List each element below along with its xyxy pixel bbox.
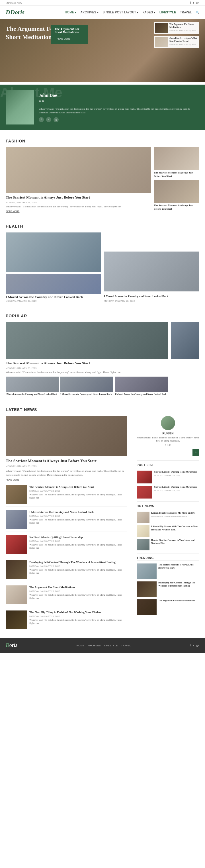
hero-read-more[interactable]: READ MORE [55, 37, 72, 41]
latest-item-date-2: MONDAY, JANUARY 28, 2019 [29, 540, 127, 542]
trending-item-3: The Argument For Short Meditations [137, 599, 199, 615]
side-card-1: The Argument For Short Meditations MONDA… [154, 22, 199, 34]
latest-item-title-5[interactable]: The Next Big Thing in Fashion? Not Washi… [29, 611, 127, 614]
side-card-1-image [155, 23, 168, 33]
health-section: HEALTH I Moved Across the Country and Ne… [0, 218, 205, 308]
popular-sub-title-1[interactable]: I Moved Across the Country and Never Loo… [6, 393, 59, 396]
popular-main-title[interactable]: The Scariest Moment is Always Just Befor… [6, 361, 168, 366]
latest-item-title-4[interactable]: The Argument For Short Meditations [29, 585, 127, 589]
latest-list: The Scariest Moment is Always Just Befor… [6, 485, 127, 632]
fashion-side-image-2 [154, 180, 199, 203]
popular-sub-image-2 [60, 377, 113, 392]
latest-item-content-0: The Scariest Moment is Always Just Befor… [29, 485, 127, 504]
trending-image-2 [137, 582, 157, 597]
fashion-side-title-1[interactable]: The Scariest Moment is Always Just Befor… [154, 171, 199, 178]
latest-hero-desc: Whatever said: "It's not about the desti… [6, 469, 127, 477]
search-icon[interactable]: 🔍 [196, 11, 200, 14]
popular-sub-title-3[interactable]: I Moved Across the Country and Never Loo… [115, 393, 168, 396]
top-bar-purchase[interactable]: Purchase Now [6, 1, 22, 4]
logo[interactable]: DDoris [6, 8, 25, 16]
hot-news-item-title-3[interactable]: How to Find the Cameras in Your Inbox an… [151, 539, 199, 545]
sidebar-author-desc: Whatever said: "It's not about the desti… [137, 436, 199, 442]
footer-nav-archives[interactable]: ARCHIVES [88, 644, 101, 647]
about-content: John Doe ❝❝ Whatever said: "It's not abo… [6, 90, 199, 124]
latest-item-date-5: MONDAY, JANUARY 28, 2019 [29, 615, 127, 618]
latest-item-desc-4: Whatever said: "It's not about the desti… [29, 593, 127, 600]
latest-item-date-1: MONDAY, JANUARY 28, 2019 [29, 515, 127, 517]
sidebar-fb-icon[interactable]: f [165, 443, 166, 446]
top-bar-fb[interactable]: f [190, 1, 191, 4]
nav-lifestyle[interactable]: LIFESTYLE [160, 11, 176, 14]
latest-news-header: LATEST NEWS [0, 402, 205, 412]
latest-item-title-1[interactable]: I Moved Across the Country and Never Loo… [29, 510, 127, 514]
top-bar: Purchase Now f t g+ [0, 0, 205, 6]
fashion-side-cards: The Scariest Moment is Always Just Befor… [154, 147, 199, 213]
about-name: John Doe [39, 93, 199, 98]
post-list-title-1[interactable]: No Fixed Abode: Quitting Home Ownership [154, 471, 197, 473]
side-card-1-title[interactable]: The Argument For Short Meditations [169, 23, 198, 29]
fashion-read-more[interactable]: READ MORE [6, 210, 151, 213]
sidebar-avatar [161, 416, 175, 430]
main-nav: HOME ▾ ARCHIVES ▾ SINGLE POST LAYOUT ▾ P… [65, 11, 199, 14]
sidebar-gp-icon[interactable]: g+ [169, 443, 171, 446]
post-list-title-2[interactable]: No Fixed Abode: Quitting Home Ownership [154, 486, 197, 489]
fashion-side-title-2[interactable]: The Scariest Moment is Always Just Befor… [154, 204, 199, 211]
side-card-2-image [155, 37, 168, 47]
latest-item-desc-0: Whatever said: "It's not about the desti… [29, 493, 127, 499]
latest-hero-read-more[interactable]: READ MORE [6, 478, 127, 481]
about-tw-icon[interactable]: t [46, 117, 51, 122]
about-social: f t g [39, 117, 199, 122]
about-avatar [6, 90, 34, 124]
latest-item-1: I Moved Across the Country and Never Loo… [6, 510, 127, 532]
footer-social: f t g+ [190, 644, 199, 647]
fashion-main-desc: Whatever said: "It's not about the desti… [6, 205, 151, 209]
health-main-title[interactable]: I Moved Across the Country and Never Loo… [6, 295, 101, 300]
popular-sub-title-2[interactable]: I Moved Across the Country and Never Loo… [60, 393, 113, 396]
side-card-2-title[interactable]: Gomeldon Art - Japan's Hot New Fashion T… [169, 37, 198, 43]
sidebar-tw-icon[interactable]: t [167, 443, 167, 446]
top-bar-social: f t g+ [190, 1, 199, 4]
post-list-item-1: No Fixed Abode: Quitting Home Ownership … [137, 471, 199, 484]
sidebar-author: RUNNIN Whatever said: "It's not about th… [137, 416, 199, 456]
footer-nav: HOME ARCHIVES LIFESTYLE TRAVEL [77, 644, 131, 647]
footer-fb-icon[interactable]: f [190, 644, 191, 647]
fashion-main-title[interactable]: The Scariest Moment is Always Just Befor… [6, 195, 151, 200]
health-right: I Moved Across the Country and Never Loo… [104, 232, 199, 302]
trending-item-title-2[interactable]: Developing Self-Control Through The Wond… [158, 582, 199, 587]
fashion-side-image-1 [154, 147, 199, 170]
nav-home[interactable]: HOME ▾ [65, 11, 77, 14]
footer-nav-travel[interactable]: TRAVEL [121, 644, 131, 647]
footer: Doris HOME ARCHIVES LIFESTYLE TRAVEL f t… [0, 638, 205, 653]
post-list-date-2: MONDAY, JANUARY 28, 2019 [154, 489, 197, 492]
hot-news-item-2: I Should My Glasses With The Contacts in… [137, 525, 199, 537]
health-side-image [104, 252, 199, 291]
footer-gp-icon[interactable]: g+ [196, 644, 199, 647]
hot-news-item-title-1[interactable]: Korean Beauty Standards: My Mom, and Me [151, 512, 195, 515]
trending-title: TRENDING [137, 556, 199, 561]
footer-nav-lifestyle[interactable]: LIFESTYLE [104, 644, 118, 647]
latest-item-5: The Next Big Thing in Fashion? Not Washi… [6, 611, 127, 632]
footer-logo[interactable]: Doris [6, 642, 18, 648]
top-bar-gp[interactable]: g+ [196, 1, 199, 4]
subscribe-button[interactable]: + [193, 449, 199, 456]
nav-travel[interactable]: TRAVEL [180, 11, 192, 14]
trending-item-title-3[interactable]: The Argument For Short Meditations [158, 599, 195, 602]
trending-item-title-1[interactable]: The Scariest Moment is Always Just Befor… [158, 563, 199, 569]
latest-main: The Scariest Moment is Always Just Befor… [0, 416, 133, 632]
latest-item-title-3[interactable]: Developing Self-Control Through The Wond… [29, 560, 127, 564]
latest-hero-title[interactable]: The Scariest Moment is Always Just Befor… [6, 459, 127, 464]
hot-news-image-3 [137, 539, 149, 550]
top-bar-tw[interactable]: t [193, 1, 194, 4]
health-side-title[interactable]: I Moved Across the Country and Never Loo… [104, 294, 199, 298]
about-gp-icon[interactable]: g [54, 117, 59, 122]
footer-nav-home[interactable]: HOME [77, 644, 84, 647]
latest-item-title-2[interactable]: No Fixed Abode: Quitting Home Ownership [29, 535, 127, 539]
latest-item-title-0[interactable]: The Scariest Moment is Always Just Befor… [29, 485, 127, 489]
hot-news-item-title-2[interactable]: I Should My Glasses With The Contacts in… [151, 525, 199, 531]
nav-pages[interactable]: PAGES ▾ [143, 11, 156, 14]
footer-tw-icon[interactable]: t [193, 644, 194, 647]
about-fb-icon[interactable]: f [39, 117, 44, 122]
nav-single-post[interactable]: SINGLE POST LAYOUT ▾ [103, 11, 139, 14]
hot-news-item-3: How to Find the Cameras in Your Inbox an… [137, 539, 199, 550]
nav-archives[interactable]: ARCHIVES ▾ [80, 11, 99, 14]
